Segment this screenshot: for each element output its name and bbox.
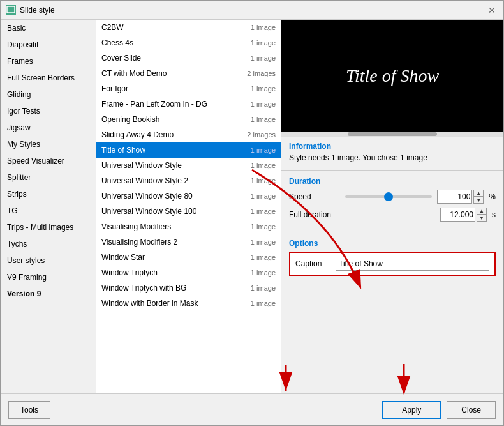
info-section: Information Style needs 1 image. You cho…: [281, 137, 503, 167]
list-item-count: 2 images: [247, 131, 276, 139]
list-item[interactable]: Opening Bookish1 image: [96, 112, 281, 127]
apply-button[interactable]: Apply: [382, 401, 441, 419]
options-label: Options: [289, 239, 496, 248]
duration-unit: s: [492, 210, 496, 219]
caption-row: Caption: [295, 257, 489, 271]
list-item-name: Window with Border in Mask: [101, 299, 198, 308]
sidebar-item-igor-tests[interactable]: Igor Tests: [1, 103, 96, 119]
sidebar-item-basic[interactable]: Basic: [1, 20, 96, 36]
sidebar-item-version-9[interactable]: Version 9: [1, 285, 96, 302]
list-item-count: 1 image: [251, 208, 276, 215]
sidebar-item-diapositif[interactable]: Diapositif: [1, 36, 96, 53]
list-item-count: 1 image: [251, 100, 276, 108]
list-item-count: 1 image: [251, 238, 276, 246]
sidebar-item-trips---multi-images[interactable]: Trips - Multi images: [1, 219, 96, 236]
sidebar-item-full-screen-borders[interactable]: Full Screen Borders: [1, 70, 96, 86]
speed-up-button[interactable]: ▲: [473, 190, 484, 197]
list-item-count: 1 image: [251, 284, 276, 292]
speed-down-button[interactable]: ▼: [473, 197, 484, 204]
list-item[interactable]: Window Triptych1 image: [96, 265, 281, 280]
duration-up-button[interactable]: ▲: [477, 208, 487, 215]
list-item[interactable]: Universal Window Style 1001 image: [96, 204, 281, 219]
duration-row: Full duration ▲ ▼ s: [289, 208, 496, 222]
list-item-count: 1 image: [251, 223, 276, 231]
close-button[interactable]: Close: [447, 401, 496, 419]
left-sidebar: BasicDiapositifFramesFull Screen Borders…: [1, 20, 96, 393]
duration-down-button[interactable]: ▼: [477, 215, 487, 222]
list-item-name: Window Star: [101, 253, 145, 262]
list-item[interactable]: Frame - Pan Left Zoom In - DG1 image: [96, 96, 281, 112]
title-bar: Slide style ✕: [1, 1, 503, 20]
list-item-count: 1 image: [251, 177, 276, 185]
preview-scrollbar[interactable]: [281, 132, 503, 137]
sidebar-item-speed-visualizer[interactable]: Speed Visualizer: [1, 153, 96, 169]
list-item-name: Universal Window Style 2: [101, 176, 188, 185]
list-item[interactable]: C2BW1 image: [96, 20, 281, 35]
dialog-title: Slide style: [20, 6, 55, 15]
list-item[interactable]: Visualising Modifiers 21 image: [96, 234, 281, 250]
list-item[interactable]: Window Triptych with BG1 image: [96, 280, 281, 296]
list-item[interactable]: Universal Window Style1 image: [96, 158, 281, 173]
speed-unit: %: [489, 192, 496, 201]
svg-rect-2: [7, 13, 9, 15]
list-item-name: Chess 4s: [101, 38, 133, 47]
right-panel: Title of Show Information Style needs 1 …: [281, 20, 503, 393]
list-item[interactable]: Universal Window Style 21 image: [96, 173, 281, 188]
list-item-count: 1 image: [251, 192, 276, 200]
close-icon[interactable]: ✕: [485, 4, 498, 17]
list-item-name: Window Triptych: [101, 268, 158, 277]
content-area: BasicDiapositifFramesFull Screen Borders…: [1, 20, 503, 393]
list-item-name: Universal Window Style 80: [101, 192, 193, 201]
speed-label: Speed: [289, 192, 340, 201]
duration-section: Duration Speed ▲ ▼ %: [281, 173, 503, 229]
list-item-count: 1 image: [251, 116, 276, 123]
bottom-bar: Tools Apply Close: [1, 393, 503, 425]
sidebar-item-splitter[interactable]: Splitter: [1, 169, 96, 186]
list-item[interactable]: Sliding Away 4 Demo2 images: [96, 127, 281, 142]
list-item-name: Cover Slide: [101, 54, 141, 63]
preview-area: Title of Show: [281, 20, 503, 132]
list-item[interactable]: Chess 4s1 image: [96, 35, 281, 50]
list-item-count: 1 image: [251, 85, 276, 93]
duration-input[interactable]: [440, 208, 475, 222]
sidebar-item-frames[interactable]: Frames: [1, 53, 96, 70]
list-item[interactable]: Window Star1 image: [96, 250, 281, 265]
caption-input[interactable]: [336, 257, 489, 271]
speed-input[interactable]: [437, 190, 472, 204]
sidebar-item-gliding[interactable]: Gliding: [1, 86, 96, 103]
list-item-count: 1 image: [251, 146, 276, 154]
list-item[interactable]: Title of Show1 image: [96, 142, 281, 158]
sidebar-item-tychs[interactable]: Tychs: [1, 236, 96, 252]
list-item[interactable]: CT with Mod Demo2 images: [96, 66, 281, 81]
list-item-name: For Igor: [101, 84, 128, 93]
sidebar-item-v9-framing[interactable]: V9 Framing: [1, 269, 96, 285]
sidebar-item-strips[interactable]: Strips: [1, 186, 96, 202]
information-text: Style needs 1 image. You chose 1 image: [289, 153, 496, 162]
list-item-name: Universal Window Style 100: [101, 207, 196, 216]
list-item-count: 1 image: [251, 300, 276, 307]
divider-1: [281, 170, 503, 171]
list-item-count: 1 image: [251, 24, 276, 31]
divider-2: [281, 232, 503, 232]
speed-slider[interactable]: [345, 195, 432, 198]
list-item[interactable]: Universal Window Style 801 image: [96, 188, 281, 204]
options-section: Options Caption: [281, 235, 503, 280]
speed-slider-container: [345, 195, 432, 198]
list-item-name: Frame - Pan Left Zoom In - DG: [101, 100, 207, 109]
list-item[interactable]: Visualising Modifiers1 image: [96, 219, 281, 234]
sidebar-item-jigsaw[interactable]: Jigsaw: [1, 119, 96, 136]
tools-button[interactable]: Tools: [8, 401, 50, 419]
duration-spinners: ▲ ▼: [477, 208, 487, 222]
information-label: Information: [289, 142, 496, 151]
preview-title: Title of Show: [346, 66, 439, 86]
sidebar-item-tg[interactable]: TG: [1, 202, 96, 219]
action-buttons: Apply Close: [382, 401, 496, 419]
list-item[interactable]: Window with Border in Mask1 image: [96, 296, 281, 311]
middle-list[interactable]: C2BW1 imageChess 4s1 imageCover Slide1 i…: [96, 20, 281, 393]
sidebar-item-my-styles[interactable]: My Styles: [1, 136, 96, 153]
list-item[interactable]: Cover Slide1 image: [96, 50, 281, 66]
speed-input-group: ▲ ▼: [437, 190, 484, 204]
list-item[interactable]: For Igor1 image: [96, 81, 281, 96]
caption-label: Caption: [295, 259, 330, 268]
sidebar-item-user-styles[interactable]: User styles: [1, 252, 96, 269]
